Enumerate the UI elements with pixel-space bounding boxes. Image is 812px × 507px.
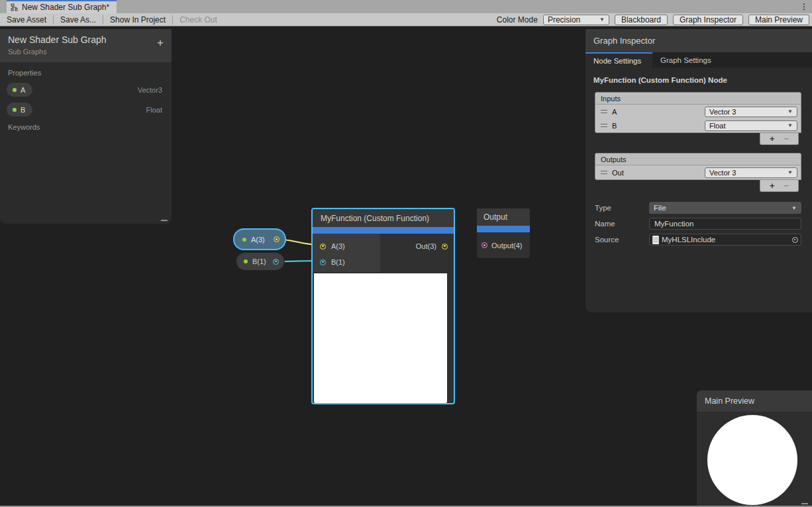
tab-shader-sub-graph[interactable]: New Shader Sub Graph* [7, 0, 117, 13]
port-vector3-icon[interactable] [320, 244, 326, 250]
port-float-icon[interactable] [273, 259, 279, 265]
property-node-b[interactable]: B(1) [236, 252, 285, 271]
inputs-list: Inputs A Vector 3 ▼ B Float ▼ [595, 92, 801, 145]
outputs-list-footer: + − [760, 180, 799, 192]
input-b-type-dropdown[interactable]: Float ▼ [705, 120, 797, 131]
chevron-down-icon: ▼ [599, 17, 605, 23]
add-input-button[interactable]: + [770, 134, 775, 143]
blackboard-property-row: B Float [7, 103, 162, 116]
type-dropdown[interactable]: File ▼ [649, 202, 801, 214]
property-pill-a[interactable]: A [7, 83, 32, 97]
target-icon [792, 237, 798, 243]
main-preview-panel[interactable]: Main Preview [697, 391, 812, 507]
properties-section-label: Properties [8, 69, 164, 77]
dropdown-value: Vector 3 [709, 169, 736, 177]
blackboard-header: New Shader Sub Graph + Sub Graphs [0, 29, 172, 62]
tab-graph-settings[interactable]: Graph Settings [652, 52, 719, 68]
precision-strip [477, 226, 530, 232]
shader-graph-toolbar: Save Asset Save As... Show In Project Ch… [0, 13, 812, 26]
row-name: A [612, 108, 617, 116]
resize-handle[interactable] [161, 220, 168, 221]
dropdown-value: Float [709, 122, 725, 130]
node-output-section: Out(3) [380, 234, 454, 272]
blackboard-title: New Shader Sub Graph [8, 34, 164, 45]
graph-inspector-toggle-button[interactable]: Graph Inspector [673, 15, 743, 25]
chevron-down-icon: ▼ [787, 122, 793, 128]
remove-output-button: − [784, 181, 789, 190]
save-as-button[interactable]: Save As... [54, 13, 103, 26]
source-label: Source [595, 236, 649, 244]
function-settings: Type File ▼ Name Source MyHLSLInclude [595, 200, 801, 248]
port-vector4-icon[interactable] [482, 242, 487, 248]
blackboard-panel[interactable]: New Shader Sub Graph + Sub Graphs Proper… [0, 29, 172, 224]
color-mode-value: Precision [548, 15, 580, 24]
drag-handle-icon[interactable] [601, 171, 607, 174]
output-port-row-out: Out(3) [380, 238, 454, 254]
property-node-label: A(3) [251, 236, 269, 244]
inspector-tab-bar: Node Settings Graph Settings [585, 52, 812, 68]
window-menu-icon[interactable]: ⋮ [800, 3, 808, 11]
add-output-button[interactable]: + [770, 181, 775, 190]
save-asset-button[interactable]: Save Asset [0, 13, 53, 26]
type-label: Type [595, 204, 649, 212]
property-type-label: Vector3 [138, 86, 162, 94]
port-vector3-icon[interactable] [442, 244, 448, 250]
chevron-down-icon: ▼ [787, 109, 793, 115]
chevron-down-icon: ▼ [787, 169, 793, 175]
output-out-type-dropdown[interactable]: Vector 3 ▼ [705, 167, 797, 178]
window-tab-bar: New Shader Sub Graph* ⋮ [0, 0, 812, 13]
port-vector3-icon[interactable] [274, 236, 279, 242]
node-preview [314, 273, 447, 403]
node-title[interactable]: Output [477, 208, 530, 226]
blackboard-toggle-button[interactable]: Blackboard [615, 15, 668, 25]
inputs-row-b[interactable]: B Float ▼ [595, 118, 801, 132]
input-port-row-a: A(3) [313, 238, 380, 254]
name-input[interactable] [649, 218, 801, 230]
color-mode-dropdown[interactable]: Precision ▼ [543, 15, 609, 25]
drag-handle-icon[interactable] [601, 110, 607, 113]
port-float-icon[interactable] [320, 259, 326, 265]
main-preview-toggle-button[interactable]: Main Preview [748, 15, 809, 25]
preview-sphere [707, 415, 797, 505]
source-object-field[interactable]: MyHLSLInclude [649, 234, 801, 246]
outputs-list-box: Outputs Out Vector 3 ▼ [595, 153, 801, 180]
output-node[interactable]: Output Output(4) [477, 208, 530, 258]
type-field-row: Type File ▼ [595, 200, 801, 216]
chevron-down-icon: ▼ [791, 205, 797, 211]
node-title[interactable]: MyFunction (Custom Function) [313, 209, 454, 227]
outputs-row-out[interactable]: Out Vector 3 ▼ [595, 165, 801, 179]
graph-canvas[interactable]: A(3) B(1) MyFunction (Custom Function) A… [0, 26, 812, 507]
property-pill-b[interactable]: B [7, 103, 32, 116]
input-port-row-b: B(1) [313, 254, 380, 270]
inputs-row-a[interactable]: A Vector 3 ▼ [595, 105, 801, 118]
add-property-button[interactable]: + [157, 37, 164, 48]
drag-handle-icon[interactable] [601, 124, 607, 127]
graph-inspector-panel[interactable]: Graph Inspector Node Settings Graph Sett… [585, 29, 812, 312]
shader-graph-icon [11, 3, 19, 11]
property-name: A [21, 86, 25, 94]
input-a-type-dropdown[interactable]: Vector 3 ▼ [705, 107, 797, 117]
check-out-button: Check Out [173, 13, 224, 26]
property-node-label: B(1) [252, 257, 268, 265]
property-node-a[interactable]: A(3) [233, 228, 286, 250]
custom-function-node[interactable]: MyFunction (Custom Function) A(3) B(1) O… [311, 208, 455, 404]
file-icon [652, 236, 659, 244]
node-input-section: A(3) B(1) [313, 234, 380, 272]
resize-handle[interactable] [801, 503, 808, 504]
tab-node-settings[interactable]: Node Settings [585, 52, 652, 68]
color-mode-label: Color Mode [497, 15, 538, 24]
inputs-list-header: Inputs [595, 93, 801, 105]
object-picker-button[interactable] [789, 234, 801, 245]
property-type-label: Float [146, 106, 162, 114]
precision-strip [313, 227, 454, 234]
row-name: B [612, 122, 617, 130]
name-field-row: Name [595, 216, 801, 232]
port-label: A(3) [331, 242, 345, 250]
blackboard-property-row: A Vector3 [7, 83, 162, 97]
show-in-project-button[interactable]: Show In Project [103, 13, 172, 26]
outputs-list-header: Outputs [595, 154, 801, 165]
outputs-list: Outputs Out Vector 3 ▼ + − [595, 153, 801, 192]
exposed-dot-icon [244, 259, 248, 263]
graph-inspector-header: Graph Inspector [585, 29, 812, 52]
row-name: Out [612, 169, 624, 177]
